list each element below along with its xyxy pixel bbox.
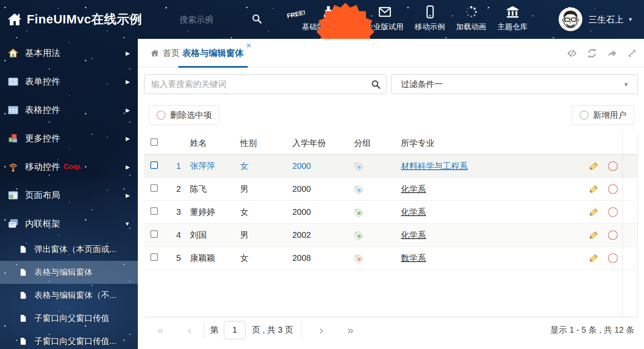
chevron-right-icon: ▶ bbox=[126, 164, 130, 170]
filter-dropdown[interactable]: 过滤条件一 ▼ bbox=[391, 74, 638, 94]
major-link[interactable]: 化学系 bbox=[401, 207, 426, 217]
last-page-button[interactable]: » bbox=[347, 325, 353, 336]
mobile-icon bbox=[423, 5, 437, 19]
row-checkbox[interactable] bbox=[150, 230, 158, 238]
logo-home-icon[interactable] bbox=[7, 12, 23, 28]
next-page-button[interactable]: › bbox=[319, 325, 323, 336]
close-icon[interactable]: × bbox=[246, 41, 251, 49]
cell-gender: 女 bbox=[231, 252, 283, 264]
row-checkbox[interactable] bbox=[150, 207, 158, 215]
row-checkbox[interactable] bbox=[150, 184, 158, 192]
file-icon bbox=[19, 245, 28, 254]
cell-year: 2002 bbox=[283, 230, 345, 240]
cell-gender: 女 bbox=[231, 206, 283, 218]
grid-right-gutter bbox=[622, 132, 638, 317]
nav-item-theme-repo[interactable]: 主题仓库 bbox=[497, 5, 527, 32]
column-header-major[interactable]: 所学专业 bbox=[392, 138, 584, 149]
column-header-gender[interactable]: 性别 bbox=[231, 138, 283, 149]
sidebar-item-more-controls[interactable]: 更多控件 ▶ bbox=[0, 124, 138, 153]
sidebar-item-page-layout[interactable]: 页面布局 ▶ bbox=[0, 181, 138, 209]
edit-icon[interactable] bbox=[588, 184, 599, 194]
plus-circle-icon bbox=[579, 110, 589, 120]
table-row[interactable]: 1 张萍萍 女 2000 材料科学与工程系 bbox=[144, 155, 638, 178]
edit-icon[interactable] bbox=[588, 230, 599, 240]
search-icon[interactable] bbox=[251, 13, 262, 24]
cell-gender: 男 bbox=[231, 183, 283, 195]
first-page-button[interactable]: « bbox=[157, 325, 163, 336]
column-header-name[interactable]: 姓名 bbox=[181, 138, 231, 149]
sidebar-subitem-grid-edit-window[interactable]: 表格与编辑窗体 bbox=[0, 261, 138, 284]
frames-icon bbox=[8, 218, 19, 229]
edit-icon[interactable] bbox=[588, 161, 599, 171]
sidebar-item-form-controls[interactable]: 表单控件 ▶ bbox=[0, 67, 138, 96]
tab-home[interactable]: 首页 bbox=[150, 39, 180, 67]
tab-grid-edit-window[interactable]: 表格与编辑窗体 × bbox=[178, 39, 248, 67]
header-search-input[interactable] bbox=[180, 13, 246, 27]
page-number-input[interactable] bbox=[224, 321, 246, 339]
edit-icon[interactable] bbox=[588, 253, 599, 263]
table-row[interactable]: 3 董婷婷 女 2000 化学系 bbox=[144, 201, 638, 224]
column-header-year[interactable]: 入学年份 bbox=[283, 138, 345, 149]
cell-name: 刘国 bbox=[181, 229, 231, 241]
table-icon bbox=[8, 104, 19, 116]
sidebar-subitem-child-to-parent[interactable]: 子窗口向父窗口传值 bbox=[0, 307, 138, 330]
column-header-group[interactable]: 分组 bbox=[345, 138, 392, 149]
select-all-checkbox[interactable] bbox=[150, 138, 158, 146]
delete-icon[interactable] bbox=[608, 161, 618, 171]
cell-name: 陈飞 bbox=[181, 183, 231, 195]
tag-icon bbox=[352, 183, 364, 195]
cell-name: 董婷婷 bbox=[181, 206, 231, 218]
delete-icon[interactable] bbox=[608, 253, 618, 263]
edit-icon[interactable] bbox=[588, 207, 599, 217]
sidebar-item-iframe[interactable]: 内联框架 ▼ bbox=[0, 209, 138, 238]
spinner-icon bbox=[464, 5, 478, 19]
major-link[interactable]: 化学系 bbox=[401, 184, 426, 194]
avatar[interactable] bbox=[558, 7, 583, 31]
sidebar-item-grid-controls[interactable]: 表格控件 ▶ bbox=[0, 96, 138, 124]
user-grid: 姓名 性别 入学年份 分组 所学专业 1 张萍萍 女 2000 材料科学与工程系 bbox=[144, 132, 638, 270]
delete-icon[interactable] bbox=[608, 184, 618, 194]
major-link[interactable]: 化学系 bbox=[401, 230, 426, 239]
sidebar-subitem-grid-edit-window-2[interactable]: 表格与编辑窗体（不... bbox=[0, 284, 138, 307]
nav-item-loading-animation[interactable]: 加载动画 bbox=[456, 5, 486, 32]
app-window: FineUIMvc在线示例 FREE! 基础版（免费） 企业版试用 移动示例 bbox=[0, 0, 644, 349]
cell-gender: 男 bbox=[231, 229, 283, 241]
add-user-button[interactable]: 新增用户 bbox=[572, 105, 634, 125]
sidebar-item-mobile-controls[interactable]: 移动控件 Corp. ▶ bbox=[0, 153, 138, 181]
chevron-down-icon: ▼ bbox=[628, 16, 633, 23]
chevron-right-icon: ▶ bbox=[126, 192, 130, 199]
table-row[interactable]: 4 刘国 男 2002 化学系 bbox=[144, 224, 638, 247]
table-row[interactable]: 2 陈飞 男 2000 化学系 bbox=[144, 178, 638, 201]
user-menu[interactable]: 三生石上 ▼ bbox=[588, 0, 633, 39]
page-label-prefix: 第 bbox=[210, 324, 218, 336]
pagination-bar: « ‹ 第 页 , 共 3 页 › » 显示 1 - 5 条 , 共 12 条 bbox=[144, 317, 638, 343]
major-link[interactable]: 数学系 bbox=[401, 253, 426, 262]
file-icon bbox=[19, 291, 28, 300]
file-icon bbox=[19, 314, 28, 323]
major-link[interactable]: 材料科学与工程系 bbox=[401, 161, 468, 171]
cell-gender: 女 bbox=[231, 160, 283, 172]
search-icon[interactable] bbox=[371, 79, 381, 89]
sidebar: 基本用法 ▶ 表单控件 ▶ 表格控件 ▶ 更多控件 ▶ 移动控件 Corp. ▶… bbox=[0, 39, 138, 349]
sidebar-subitem-child-to-parent-2[interactable]: 子窗口向父窗口传值... bbox=[0, 330, 138, 349]
expand-icon[interactable] bbox=[627, 48, 637, 59]
source-code-icon[interactable] bbox=[567, 48, 577, 59]
main-panel: 首页 表格与编辑窗体 × 过滤条件一 ▼ 删除选中项 bbox=[138, 39, 644, 349]
prev-page-button[interactable]: ‹ bbox=[188, 325, 191, 336]
sidebar-subitem-popup-window[interactable]: 弹出窗体（本页面或... bbox=[0, 238, 138, 261]
row-checkbox[interactable] bbox=[150, 253, 158, 261]
delete-icon[interactable] bbox=[608, 207, 618, 217]
share-icon[interactable] bbox=[607, 48, 617, 59]
cell-year: 2008 bbox=[283, 253, 345, 263]
refresh-icon[interactable] bbox=[587, 48, 597, 59]
delete-selected-button[interactable]: 删除选中项 bbox=[149, 105, 219, 125]
keyword-search-input[interactable] bbox=[144, 74, 386, 94]
delete-icon[interactable] bbox=[608, 230, 618, 240]
table-row[interactable]: 5 康颖颖 女 2008 数学系 bbox=[144, 247, 638, 270]
sidebar-item-basic-usage[interactable]: 基本用法 ▶ bbox=[0, 39, 138, 67]
nav-item-mobile-demo[interactable]: 移动示例 bbox=[415, 5, 445, 32]
nav-item-basic-edition[interactable]: FREE! 基础版（免费） bbox=[302, 5, 355, 32]
home-icon bbox=[8, 48, 19, 59]
row-checkbox[interactable] bbox=[150, 161, 158, 169]
page-content: 过滤条件一 ▼ 删除选中项 新增用户 姓名 性别 入学年份 分组 bbox=[138, 67, 644, 349]
